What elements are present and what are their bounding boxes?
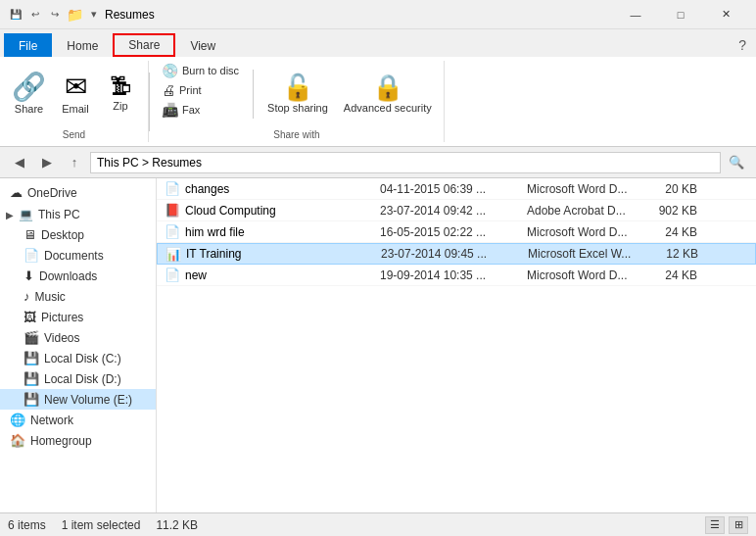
file-row-cloud[interactable]: 📕 Cloud Computing 23-07-2014 09:42 ... A… [157,200,756,221]
sidebar-item-new-vol-e[interactable]: 💾 New Volume (E:) [0,389,156,410]
detail-view-button[interactable]: ⊞ [729,516,748,534]
sidebar-item-music[interactable]: ♪ Music [0,286,156,307]
music-icon: ♪ [24,289,30,304]
sidebar-item-downloads[interactable]: ⬇ Downloads [0,266,156,286]
address-field[interactable]: This PC > Resumes [90,152,721,173]
title-bar-nav-icons: 💾 ↩ ↪ 📁 ▾ [8,7,97,23]
file-type-him: Microsoft Word D... [519,225,646,239]
save-icon[interactable]: 💾 [8,7,24,23]
file-row-it-training[interactable]: 📊 IT Training 23-07-2014 09:45 ... Micro… [157,243,756,265]
file-date-him: 16-05-2015 02:22 ... [372,225,519,239]
up-button[interactable]: ↑ [63,151,86,174]
share-with-items: 💿 Burn to disc 🖨 Print 📠 Fax 🔓 Stop shar… [156,61,438,127]
ribbon-tabs: File Home Share View ? [0,29,756,57]
disc-icon: 💿 [162,63,178,78]
list-view-button[interactable]: ☰ [705,516,725,534]
file-list: 📄 changes 04-11-2015 06:39 ... Microsoft… [157,178,756,512]
tab-home[interactable]: Home [52,33,113,57]
share-large-buttons: 🔓 Stop sharing 🔒 Advanced security [261,61,438,127]
send-group-items: 🔗 Share ✉ Email 🗜 Zip [6,61,142,127]
computer-icon: 💻 [19,208,33,221]
advanced-security-icon: 🔒 [372,74,403,100]
sidebar-item-videos[interactable]: 🎬 Videos [0,327,156,348]
folder-icon: 📁 [67,7,83,23]
title-bar: 💾 ↩ ↪ 📁 ▾ Resumes — □ ✕ [0,0,756,29]
sidebar-item-desktop[interactable]: 🖥 Desktop [0,224,156,245]
minimize-button[interactable]: — [613,0,658,29]
share-with-small-buttons: 💿 Burn to disc 🖨 Print 📠 Fax [156,61,245,120]
share-with-group-label: Share with [273,129,319,142]
inner-divider [253,70,254,119]
share-button[interactable]: 🔗 Share [6,62,52,126]
file-name-him: him wrd file [185,225,245,239]
print-icon: 🖨 [162,82,175,98]
zip-button[interactable]: 🗜 Zip [99,62,142,126]
expand-icon: ▶ [6,210,14,220]
advanced-security-button[interactable]: 🔒 Advanced security [338,62,438,126]
file-name-cloud: Cloud Computing [185,204,276,218]
file-icon-it: 📊 [165,247,181,262]
sidebar-item-onedrive[interactable]: ☁ OneDrive [0,182,156,203]
ribbon-group-send: 🔗 Share ✉ Email 🗜 Zip Send [0,61,149,142]
fax-button[interactable]: 📠 Fax [156,100,245,120]
tab-share[interactable]: Share [113,33,175,57]
file-size-him: 24 KB [646,225,705,239]
file-icon-him: 📄 [165,224,180,239]
help-button[interactable]: ? [729,33,756,57]
file-size-cloud: 902 KB [646,204,705,218]
search-button[interactable]: 🔍 [725,151,748,174]
ribbon-content: 🔗 Share ✉ Email 🗜 Zip Send 💿 Burn to dis… [0,57,756,147]
sidebar-label-local-d: Local Disk (D:) [44,372,121,386]
file-date-new: 19-09-2014 10:35 ... [372,268,519,282]
file-type-it: Microsoft Excel W... [520,247,647,261]
file-row-new[interactable]: 📄 new 19-09-2014 10:35 ... Microsoft Wor… [157,265,756,286]
tab-file[interactable]: File [4,33,52,57]
maximize-button[interactable]: □ [658,0,703,29]
main-area: ☁ OneDrive ▶ 💻 This PC 🖥 Desktop 📄 Docum… [0,178,756,512]
forward-button[interactable]: ▶ [35,151,59,174]
address-text: This PC > Resumes [97,156,202,170]
sidebar-item-local-c[interactable]: 💾 Local Disk (C:) [0,348,156,368]
sidebar-label-videos: Videos [44,331,79,345]
undo-icon[interactable]: ↩ [27,7,43,23]
print-button[interactable]: 🖨 Print [156,80,245,100]
status-bar: 6 items 1 item selected 11.2 KB ☰ ⊞ [0,512,756,536]
sidebar-item-documents[interactable]: 📄 Documents [0,245,156,266]
pictures-icon: 🖼 [24,310,36,324]
videos-icon: 🎬 [24,330,39,345]
selected-count: 1 item selected [62,518,141,532]
redo-icon[interactable]: ↪ [47,7,63,23]
back-button[interactable]: ◀ [8,151,31,174]
email-button[interactable]: ✉ Email [54,62,97,126]
tab-view[interactable]: View [175,33,230,57]
file-name-changes: changes [185,182,229,196]
file-type-cloud: Adobe Acrobat D... [519,204,646,218]
fax-icon: 📠 [162,102,178,118]
file-row-changes[interactable]: 📄 changes 04-11-2015 06:39 ... Microsoft… [157,178,756,200]
file-icon-new: 📄 [165,268,180,282]
dropdown-arrow-icon[interactable]: ▾ [91,8,97,21]
desktop-folder-icon: 🖥 [24,227,36,242]
onedrive-icon: ☁ [10,185,23,200]
file-type-changes: Microsoft Word D... [519,182,646,196]
sidebar-group-this-pc: ▶ 💻 This PC 🖥 Desktop 📄 Documents ⬇ Down… [0,205,156,410]
stop-sharing-button[interactable]: 🔓 Stop sharing [261,62,334,126]
sidebar-item-this-pc[interactable]: ▶ 💻 This PC [0,205,156,224]
close-button[interactable]: ✕ [703,0,748,29]
file-icon-cloud: 📕 [165,203,180,218]
file-row-him[interactable]: 📄 him wrd file 16-05-2015 02:22 ... Micr… [157,221,756,243]
window-controls: — □ ✕ [613,0,748,29]
file-date-cloud: 23-07-2014 09:42 ... [372,204,519,218]
sidebar-label-downloads: Downloads [39,269,97,283]
sidebar-item-homegroup[interactable]: 🏠 Homegroup [0,430,156,451]
documents-icon: 📄 [24,248,39,263]
sidebar-label-network: Network [30,414,73,427]
burn-to-disc-button[interactable]: 💿 Burn to disc [156,61,245,80]
sidebar-item-pictures[interactable]: 🖼 Pictures [0,307,156,327]
network-icon: 🌐 [10,413,25,427]
sidebar-item-local-d[interactable]: 💾 Local Disk (D:) [0,368,156,389]
sidebar-label-homegroup: Homegroup [30,434,92,448]
homegroup-icon: 🏠 [10,433,25,448]
view-controls: ☰ ⊞ [705,516,748,534]
sidebar-item-network[interactable]: 🌐 Network [0,410,156,430]
